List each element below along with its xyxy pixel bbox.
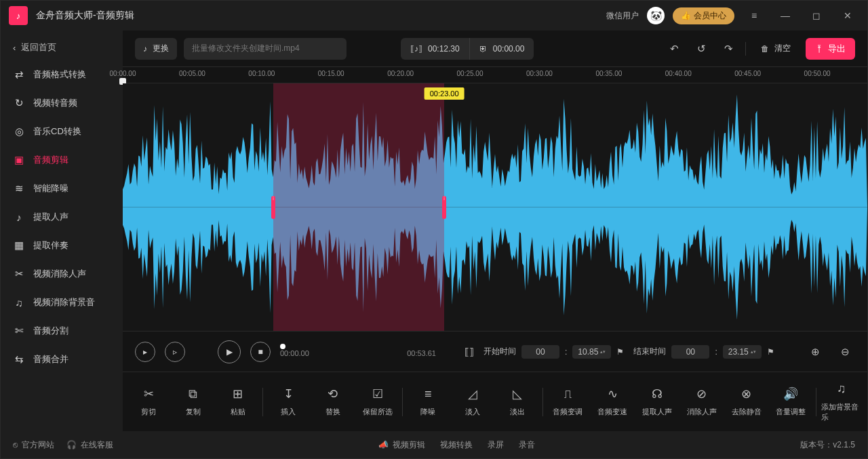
sidebar-item-7[interactable]: ✂视频消除人声 [1,260,123,288]
ruler-tick: 00:50.00 [804,70,831,77]
play-button[interactable]: ▶ [218,340,241,363]
version-label: 版本号：v2.1.5 [800,439,855,451]
nav-icon: ◎ [13,125,25,138]
tool-icon: 🔊 [783,386,798,401]
tool-label: 保留所选 [363,407,393,417]
sidebar-item-label: 视频转音频 [33,97,77,109]
clip-duration: ⛨00:00.00 [469,38,534,60]
tool-添加背景音乐[interactable]: ♫添加背景音乐 [821,382,862,422]
start-time-ss[interactable]: 10.85▴▾ [572,345,611,359]
ruler-tick: 00:45.00 [734,70,761,77]
tool-降噪[interactable]: ≡降噪 [408,386,448,417]
clear-button[interactable]: 🗑清空 [753,38,799,60]
sidebar-item-8[interactable]: ♫视频消除背景音 [1,288,123,317]
close-icon[interactable]: ✕ [836,4,859,27]
official-site-link[interactable]: ⎋官方网站 [13,439,54,451]
stop-button[interactable]: ■ [250,342,271,362]
ruler-tick: 00:40.00 [665,70,692,77]
support-link[interactable]: 🎧在线客服 [66,439,113,451]
spinner-icon[interactable]: ▴▾ [600,349,606,354]
export-button[interactable]: ⭱导出 [806,38,855,60]
tool-消除人声[interactable]: ⊘消除人声 [682,386,722,417]
start-time-hh[interactable]: 00 [521,345,559,359]
tool-separator [816,388,816,416]
replace-button[interactable]: ♪更换 [135,38,177,60]
sidebar-item-5[interactable]: ♪提取人声 [1,203,123,231]
sidebar: ‹返回首页 ⇄音频格式转换↻视频转音频◎音乐CD转换▣音频剪辑≋智能降噪♪提取人… [1,31,123,431]
footer-tab-1[interactable]: 视频转换 [440,439,473,451]
ruler-tick: 00:05.00 [179,70,205,77]
sidebar-item-0[interactable]: ⇄音频格式转换 [1,60,123,89]
tool-剪切[interactable]: ✂剪切 [128,386,169,417]
selection-end-handle[interactable]: ⋮ [442,196,446,219]
sidebar-item-10[interactable]: ⇆音频合并 [1,345,123,374]
avatar[interactable]: 🐼 [647,7,665,24]
nav-icon: ✂ [13,268,25,280]
footer-tab-3[interactable]: 录音 [519,439,535,451]
vip-button[interactable]: 👍会员中心 [673,7,734,24]
sidebar-item-1[interactable]: ↻视频转音频 [1,89,123,117]
marker-start-icon[interactable]: ⚑ [616,347,624,357]
tool-音频变速[interactable]: ∿音频变速 [592,386,633,417]
tool-label: 剪切 [141,407,156,417]
selection-region[interactable] [273,83,444,331]
end-time-group: 结束时间 00: 23.15▴▾ ⚑ [633,345,774,359]
sidebar-item-2[interactable]: ◎音乐CD转换 [1,117,123,146]
cut-range-icon: ⟦♪⟧ [410,44,422,54]
selection-start-handle[interactable]: ⋮ [271,196,275,219]
footer-tab-2[interactable]: 录屏 [488,439,504,451]
waveform-area[interactable]: ⋮ ⋮ 00:23.00 [123,83,867,331]
top-toolbar: ♪更换 批量修改文件夹创建时间.mp4 ⟦♪⟧00:12.30 ⛨00:00.0… [123,31,867,67]
sidebar-item-9[interactable]: ✄音频分割 [1,317,123,345]
tool-音频变调[interactable]: ⎍音频变调 [547,386,588,417]
progress-knob[interactable] [280,344,285,349]
minimize-icon[interactable]: — [774,4,797,27]
tool-插入[interactable]: ↧插入 [268,386,309,417]
sidebar-item-label: 智能降噪 [33,182,68,195]
titlebar: ♪ 金舟音频大师-音频剪辑 微信用户 🐼 👍会员中心 ≡ — ◻ ✕ [1,1,867,31]
sidebar-item-label: 音频剪辑 [33,154,68,166]
back-home[interactable]: ‹返回首页 [1,35,123,60]
spinner-icon[interactable]: ▴▾ [751,349,756,354]
transport-bar: ▸ ▹ ▶ ■ 00:00.00 00:53.61 ⟦⟧ 开始时间 00: 10… [123,331,867,372]
sidebar-item-3[interactable]: ▣音频剪辑 [1,146,123,174]
app-logo: ♪ [9,6,28,25]
tool-label: 替换 [326,407,340,417]
sidebar-item-4[interactable]: ≋智能降噪 [1,174,123,203]
nav-icon: ▣ [13,154,25,166]
ruler-tick: 00:35.00 [595,70,622,77]
end-time-ss[interactable]: 23.15▴▾ [723,345,762,359]
total-time: 00:53.61 [407,349,436,357]
zoom-out-button[interactable]: ⊖ [835,342,855,362]
redo-button[interactable]: ↷ [718,39,738,59]
end-time-hh[interactable]: 00 [671,345,709,359]
tool-音量调整[interactable]: 🔊音量调整 [770,386,811,417]
marker-end-icon[interactable]: ⚑ [767,347,774,357]
history-undo-button[interactable]: ↺ [691,39,711,59]
tool-替换[interactable]: ⟲替换 [313,386,353,417]
maximize-icon[interactable]: ◻ [805,4,828,27]
thumbs-icon: 👍 [681,11,691,20]
selection-play-button[interactable]: ▹ [165,342,185,362]
tool-保留所选[interactable]: ☑保留所选 [357,386,398,417]
tool-复制[interactable]: ⧉复制 [173,386,214,417]
tool-label: 降噪 [420,407,435,417]
footer-tab-0[interactable]: 📣视频剪辑 [378,439,425,451]
tool-淡出[interactable]: ◺淡出 [497,386,538,417]
ruler-tick: 00:15.00 [318,70,344,77]
zoom-in-button[interactable]: ⊕ [805,342,825,362]
loop-play-button[interactable]: ▸ [135,342,155,362]
time-ruler[interactable]: 00:00.0000:05.0000:10.0000:15.0000:20.00… [123,67,867,83]
tool-icon: ◿ [468,386,477,401]
tool-粘贴[interactable]: ⊞粘贴 [218,386,258,417]
nav-icon: ⇄ [13,68,25,81]
tool-提取人声[interactable]: ☊提取人声 [637,386,677,417]
tool-淡入[interactable]: ◿淡入 [452,386,493,417]
sidebar-item-label: 视频消除背景音 [33,296,95,308]
sidebar-item-6[interactable]: ▦提取伴奏 [1,231,123,260]
undo-button[interactable]: ↶ [664,39,684,59]
tools-row: ✂剪切⧉复制⊞粘贴↧插入⟲替换☑保留所选≡降噪◿淡入◺淡出⎍音频变调∿音频变速☊… [123,372,867,431]
tool-去除静音[interactable]: ⊗去除静音 [726,386,767,417]
menu-icon[interactable]: ≡ [743,4,766,27]
main-panel: ♪更换 批量修改文件夹创建时间.mp4 ⟦♪⟧00:12.30 ⛨00:00.0… [123,31,867,431]
